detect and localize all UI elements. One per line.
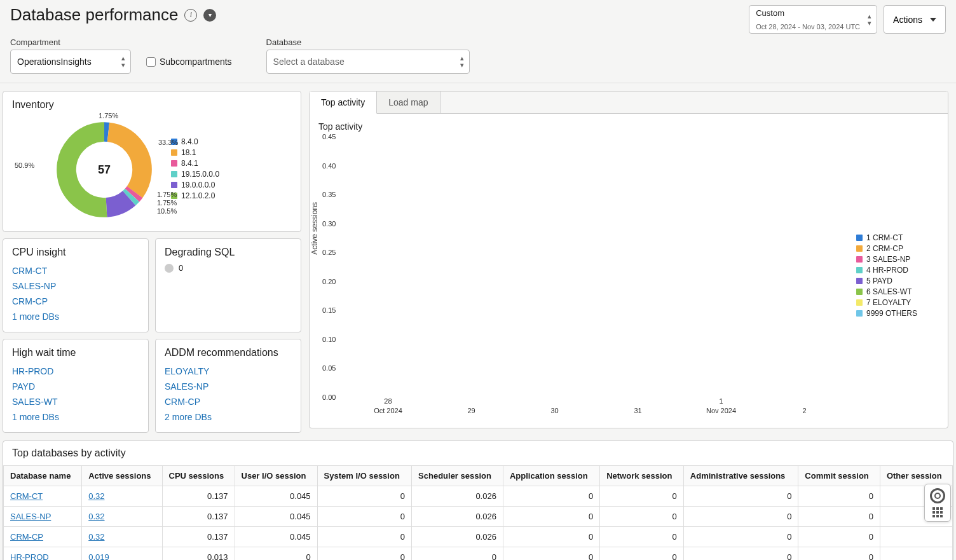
db-link[interactable]: SALES-NP: [165, 379, 292, 394]
y-tick: 0.10: [322, 336, 336, 343]
chevron-updown-icon: ▴▾: [868, 13, 871, 27]
column-header[interactable]: User I/O session: [235, 466, 317, 486]
column-header[interactable]: Scheduler session: [412, 466, 503, 486]
apps-grid-icon[interactable]: [932, 507, 943, 517]
table-row: SALES-NP0.320.1370.04500.0260000: [4, 507, 953, 527]
db-name-link[interactable]: CRM-CP: [10, 532, 43, 542]
legend-item[interactable]: 4 HR-PROD: [856, 266, 939, 275]
y-tick: 0.35: [322, 191, 336, 198]
top-databases-card: Top databases by activity Database nameA…: [3, 440, 953, 560]
column-header[interactable]: Commit session: [798, 466, 880, 486]
donut-label: 1.75%: [157, 199, 177, 207]
y-tick: 0.40: [322, 162, 336, 170]
legend-item[interactable]: 2 CRM-CP: [856, 244, 939, 253]
cpu-insight-card: CPU insight CRM-CTSALES-NPCRM-CP1 more D…: [3, 238, 149, 332]
legend-item[interactable]: 19.0.0.0.0: [171, 181, 219, 189]
degrading-sql-card: Degrading SQL 0: [155, 238, 301, 332]
database-select[interactable]: Select a database ▴▾: [266, 50, 470, 74]
active-sessions-link[interactable]: 0.32: [88, 512, 104, 521]
cpu-insight-title: CPU insight: [12, 247, 139, 258]
more-link[interactable]: 1 more DBs: [12, 309, 139, 324]
donut-label: 50.9%: [15, 161, 34, 169]
y-tick: 0.00: [322, 393, 336, 401]
date-range-select[interactable]: Custom Oct 28, 2024 - Nov 03, 2024 UTC ▴…: [749, 5, 877, 34]
db-link[interactable]: HR-PROD: [12, 364, 139, 379]
column-header[interactable]: Active sessions: [82, 466, 162, 486]
active-sessions-link[interactable]: 0.019: [88, 552, 109, 560]
column-header[interactable]: Other session: [880, 466, 952, 486]
help-widget[interactable]: [924, 484, 951, 522]
x-tick: 31: [634, 406, 641, 415]
column-header[interactable]: CPU sessions: [162, 466, 235, 486]
compartment-value: OperationsInsights: [17, 57, 92, 67]
legend-item[interactable]: 8.4.1: [171, 159, 219, 168]
subcompartments-label: Subcompartments: [160, 57, 232, 67]
legend-item[interactable]: 5 PAYD: [856, 277, 939, 285]
column-header[interactable]: Administrative sessions: [683, 466, 798, 486]
db-name-link[interactable]: CRM-CT: [10, 491, 43, 501]
addm-title: ADDM recommendations: [165, 347, 292, 359]
actions-button[interactable]: Actions: [884, 5, 946, 34]
legend-item[interactable]: 1 CRM-CT: [856, 233, 939, 242]
active-sessions-link[interactable]: 0.32: [88, 491, 104, 501]
top-activity-chart[interactable]: Active sessions 0.000.050.100.150.200.25…: [318, 137, 846, 416]
y-tick: 0.20: [322, 278, 336, 285]
high-wait-title: High wait time: [12, 347, 139, 359]
inventory-donut-chart[interactable]: 57 50.9% 1.75% 33.3% 1.75% 1.75% 10.5%: [50, 116, 158, 224]
legend-item[interactable]: 18.1: [171, 148, 219, 157]
column-header[interactable]: System I/O session: [317, 466, 411, 486]
help-icon[interactable]: [930, 488, 945, 503]
degrading-sql-title: Degrading SQL: [165, 247, 292, 258]
active-sessions-link[interactable]: 0.32: [88, 532, 104, 542]
filter-icon[interactable]: ▾: [203, 9, 216, 22]
db-link[interactable]: SALES-WT: [12, 394, 139, 409]
db-link[interactable]: SALES-NP: [12, 278, 139, 294]
date-range-value: Oct 28, 2024 - Nov 03, 2024 UTC: [756, 23, 860, 31]
date-range-label: Custom: [756, 8, 784, 18]
y-tick: 0.15: [322, 306, 336, 314]
db-link[interactable]: CRM-CT: [12, 263, 139, 278]
more-link[interactable]: 2 more DBs: [165, 409, 292, 425]
y-tick: 0.45: [322, 133, 336, 140]
legend-item[interactable]: 7 ELOYALTY: [856, 298, 939, 307]
column-header[interactable]: Application session: [503, 466, 599, 486]
y-tick: 0.30: [322, 220, 336, 228]
legend-item[interactable]: 9999 OTHERS: [856, 309, 939, 318]
inventory-total: 57: [98, 163, 111, 177]
inventory-legend: 8.4.018.18.4.119.15.0.0.019.0.0.0.012.1.…: [171, 137, 219, 202]
db-link[interactable]: ELOYALTY: [165, 364, 292, 379]
addm-card: ADDM recommendations ELOYALTYSALES-NPCRM…: [155, 339, 301, 433]
y-tick: 0.25: [322, 249, 336, 256]
db-link[interactable]: CRM-CP: [12, 294, 139, 309]
db-name-link[interactable]: SALES-NP: [10, 512, 51, 521]
more-link[interactable]: 1 more DBs: [12, 409, 139, 425]
high-wait-card: High wait time HR-PRODPAYDSALES-WT1 more…: [3, 339, 149, 433]
db-link[interactable]: CRM-CP: [165, 394, 292, 409]
table-row: CRM-CT0.320.1370.04500.0260000: [4, 486, 953, 507]
compartment-select[interactable]: OperationsInsights ▴▾: [10, 50, 131, 74]
chart-title: Top activity: [318, 121, 939, 132]
x-tick: 1Nov 2024: [706, 397, 736, 415]
tab-load-map[interactable]: Load map: [377, 92, 440, 113]
info-icon[interactable]: i: [184, 9, 197, 22]
table-row: CRM-CP0.320.1370.04500.0260000: [4, 527, 953, 547]
db-link[interactable]: PAYD: [12, 379, 139, 394]
column-header[interactable]: Network session: [600, 466, 684, 486]
page-title: Database performance: [10, 5, 178, 25]
column-header[interactable]: Database name: [4, 466, 82, 486]
tab-top-activity[interactable]: Top activity: [310, 92, 377, 114]
legend-item[interactable]: 19.15.0.0.0: [171, 170, 219, 179]
donut-label: 33.3%: [158, 139, 178, 146]
top-databases-table: Database nameActive sessionsCPU sessions…: [3, 465, 953, 560]
legend-item[interactable]: 6 SALES-WT: [856, 287, 939, 296]
database-label: Database: [266, 38, 470, 47]
chevron-updown-icon: ▴▾: [121, 55, 125, 69]
db-name-link[interactable]: HR-PROD: [10, 552, 49, 560]
legend-item[interactable]: 3 SALES-NP: [856, 255, 939, 264]
chevron-updown-icon: ▴▾: [460, 55, 464, 69]
x-tick: 28Oct 2024: [374, 397, 402, 415]
subcompartments-checkbox[interactable]: [146, 57, 156, 67]
y-tick: 0.05: [322, 364, 336, 372]
legend-item[interactable]: 12.1.0.2.0: [171, 191, 219, 200]
legend-item[interactable]: 8.4.0: [171, 137, 219, 146]
